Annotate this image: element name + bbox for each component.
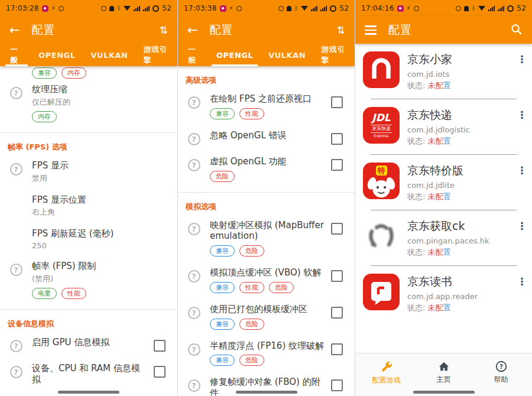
app-row-jd-express[interactable]: JDL 京东快递 Express 京东快递 com.jd.jdlogistic … — [355, 99, 532, 154]
checkbox-mapbuffer[interactable] — [331, 223, 343, 235]
help-icon[interactable]: ? — [10, 163, 22, 176]
setting-virtual-gl-features[interactable]: ? 虚拟 OpenGL 功能 危险 — [178, 151, 355, 187]
overflow-menu-icon[interactable]: ⋮ — [517, 107, 527, 121]
setting-fps-display[interactable]: ? FPS 显示 禁用 — [0, 155, 177, 189]
tab-general[interactable]: 一般 — [2, 44, 31, 66]
setting-fp16-texture-hack[interactable]: ? 半精度浮点 (FP16) 纹理破解 兼容 危险 — [178, 335, 355, 372]
jd-getck-app-icon — [363, 218, 400, 255]
help-icon[interactable]: ? — [10, 340, 22, 352]
tab-game-engine[interactable]: 游戏引擎 — [135, 44, 177, 66]
hamburger-menu-icon[interactable] — [365, 25, 377, 35]
search-icon[interactable] — [510, 23, 523, 38]
gesture-nav-pill[interactable] — [58, 391, 119, 394]
settings-scroll[interactable]: 高级选项 ? 在绘制 FPS 之前还原视口 兼容 性能 ? 忽略 OpenGL … — [178, 66, 355, 396]
app-row-jd-xiaojia[interactable]: 京东小家 com.jd.iots 状态: 未配置 ⋮ — [355, 44, 532, 99]
checkbox-virtual-gl[interactable] — [331, 159, 343, 171]
overflow-menu-icon[interactable]: ⋮ — [517, 274, 527, 287]
help-icon[interactable]: ? — [10, 87, 22, 99]
sort-icon[interactable]: ⇅ — [160, 24, 168, 36]
tab-opengl[interactable]: OPENGL — [31, 44, 83, 66]
help-icon[interactable]: ? — [188, 223, 200, 235]
setting-fps-limit[interactable]: ? 帧率 (FPS) 限制 (禁用) 电量 性能 — [0, 255, 177, 304]
setting-value: 右上角 — [32, 207, 170, 218]
app-name: 京东特价版 — [407, 163, 509, 178]
tab-opengl[interactable]: OPENGL — [209, 44, 261, 66]
mute-icon — [287, 6, 291, 11]
app-list-scroll[interactable]: 京东小家 com.jd.iots 状态: 未配置 ⋮ JDL 京东快递 Expr… — [355, 44, 532, 396]
settings-scroll[interactable]: 兼容 内存 ? 纹理压缩 仅已解压的 内存 帧率 (FPS) 选项 ? FPS … — [0, 66, 177, 396]
app-bar: 配置 — [355, 17, 532, 44]
gesture-nav-pill[interactable] — [413, 391, 475, 394]
app-bar: ← 配置 ⇅ — [0, 17, 177, 44]
section-emulation-options: 模拟选项 — [178, 193, 355, 215]
nav-item-help[interactable]: ? 帮助 — [476, 360, 527, 385]
setting-packed-stencil-buffer[interactable]: ? 使用已打包的模板缓冲区 兼容 危险 — [178, 298, 355, 335]
help-icon[interactable]: ? — [188, 270, 200, 283]
app-status: 状态: 未配置 — [407, 247, 509, 258]
checkbox-ignore-gl-errors[interactable] — [331, 133, 343, 145]
overflow-menu-icon[interactable]: ⋮ — [517, 163, 527, 176]
notification-badge-icon — [397, 5, 404, 12]
setting-restore-viewport[interactable]: ? 在绘制 FPS 之前还原视口 兼容 性能 — [178, 88, 355, 125]
status-label: 状态: — [407, 248, 425, 257]
tab-vulkan[interactable]: VULKAN — [261, 44, 313, 66]
section-device-info-sim: 设备信息模拟 — [0, 310, 177, 332]
alarm-icon — [101, 6, 106, 11]
help-icon[interactable]: ? — [188, 133, 200, 145]
checkbox-fbo[interactable] — [331, 379, 343, 391]
overflow-menu-icon[interactable]: ⋮ — [517, 218, 527, 232]
help-icon[interactable]: ? — [10, 366, 22, 378]
checkbox-restore-viewport[interactable] — [331, 96, 343, 108]
back-arrow-icon[interactable]: ← — [9, 24, 20, 37]
badges-row: 兼容 危险 — [210, 319, 325, 330]
help-icon[interactable]: ? — [188, 343, 200, 356]
data-saver-icon — [59, 6, 64, 11]
wrench-icon — [379, 360, 393, 374]
back-arrow-icon[interactable]: ← — [187, 24, 198, 37]
checkbox-vbo[interactable] — [331, 270, 343, 282]
help-icon[interactable]: ? — [188, 96, 200, 109]
jd-reader-app-icon — [363, 274, 400, 310]
checkbox-stencil[interactable] — [331, 307, 343, 319]
battery-percent: 52 — [517, 4, 526, 12]
setting-mapbuffer-emulation[interactable]: ? 映射缓冲区模拟 (MapBuffer emulation) 兼容 危险 — [178, 215, 355, 262]
setting-fps-refresh-delay[interactable]: FPS 刷新延迟 (毫秒) 250 — [0, 223, 177, 255]
help-icon[interactable]: ? — [188, 307, 200, 319]
sort-icon[interactable]: ⇅ — [337, 24, 345, 36]
flash-icon: ⚡ — [51, 5, 56, 11]
overflow-menu-icon[interactable]: ⋮ — [517, 51, 527, 65]
app-name: 京东快递 — [407, 108, 509, 123]
nav-item-home[interactable]: 主页 — [419, 360, 469, 385]
app-row-jd-getck[interactable]: 京东获取ck com.pingan.paces.hk 状态: 未配置 ⋮ — [355, 210, 532, 265]
help-icon[interactable]: ? — [10, 264, 22, 276]
nav-label: 主页 — [437, 375, 451, 385]
checkbox-fp16[interactable] — [331, 343, 343, 355]
badge-memory: 内存 — [32, 111, 57, 122]
setting-enable-gpu-sim[interactable]: ? 启用 GPU 信息模拟 — [0, 332, 177, 358]
app-row-jd-reader[interactable]: 京东读书 com.jd.app.reader 状态: 未配置 ⋮ — [355, 266, 532, 321]
setting-fps-position[interactable]: FPS 显示位置 右上角 — [0, 189, 177, 223]
setting-texture-compression[interactable]: ? 纹理压缩 仅已解压的 内存 — [0, 79, 177, 128]
setting-title: 忽略 OpenGL 错误 — [210, 130, 325, 141]
partial-item-badges: 兼容 内存 — [32, 66, 177, 79]
badge-compat: 兼容 — [210, 319, 235, 330]
tab-vulkan[interactable]: VULKAN — [83, 44, 136, 66]
checkbox-device-sim[interactable] — [154, 366, 166, 378]
bluetooth-icon: ᛒ — [294, 5, 298, 11]
page-title: 配置 — [388, 22, 412, 38]
help-icon[interactable]: ? — [188, 159, 200, 171]
tab-game-engine[interactable]: 游戏引擎 — [313, 44, 355, 66]
tab-general[interactable]: 一般 — [180, 44, 209, 66]
nav-item-configure-games[interactable]: 配置游戏 — [361, 360, 412, 385]
setting-vbo-software-decode[interactable]: ? 模拟顶点缓冲区 (VBO) 软解 兼容 性能 危险 — [178, 262, 355, 298]
badge-compat: 兼容 — [210, 108, 235, 119]
status-bar: 17:03:28 ⚡ ᛒ 52 — [0, 0, 177, 17]
gesture-nav-pill[interactable] — [236, 391, 297, 394]
checkbox-gpu-sim[interactable] — [154, 340, 166, 352]
help-icon[interactable]: ? — [188, 379, 200, 392]
app-name: 京东小家 — [407, 52, 509, 67]
setting-device-cpu-ram-sim[interactable]: ? 设备、CPU 和 RAM 信息模拟 — [0, 358, 177, 391]
app-row-jd-lite[interactable]: 特 京东特价版 com.jd.jdlite 状态: 未配置 ⋮ — [355, 155, 532, 210]
tab-bar: 一般 OPENGL VULKAN 游戏引擎 — [178, 44, 355, 66]
setting-ignore-gl-errors[interactable]: ? 忽略 OpenGL 错误 — [178, 125, 355, 151]
